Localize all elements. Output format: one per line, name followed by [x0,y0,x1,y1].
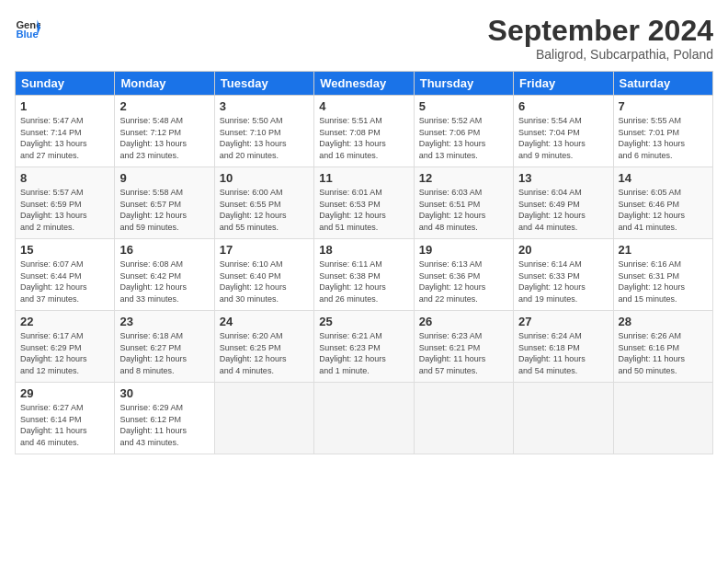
day-number: 14 [619,171,708,185]
day-number: 27 [518,315,608,328]
day-cell [514,383,613,454]
day-cell: 26Sunrise: 6:23 AM Sunset: 6:21 PM Dayli… [414,311,513,383]
day-cell: 29Sunrise: 6:27 AM Sunset: 6:14 PM Dayli… [16,383,115,454]
day-cell: 9Sunrise: 5:58 AM Sunset: 6:57 PM Daylig… [115,167,214,239]
col-sunday: Sunday [16,72,115,96]
day-number: 28 [619,315,708,328]
day-number: 21 [619,243,708,257]
day-number: 8 [20,171,109,185]
day-info: Sunrise: 6:27 AM Sunset: 6:14 PM Dayligh… [20,402,109,448]
day-number: 3 [220,99,309,113]
day-cell: 25Sunrise: 6:21 AM Sunset: 6:23 PM Dayli… [314,311,414,383]
day-info: Sunrise: 5:47 AM Sunset: 7:14 PM Dayligh… [20,115,109,161]
week-row-4: 22Sunrise: 6:17 AM Sunset: 6:29 PM Dayli… [16,311,713,383]
day-info: Sunrise: 6:21 AM Sunset: 6:23 PM Dayligh… [319,330,408,376]
day-info: Sunrise: 5:52 AM Sunset: 7:06 PM Dayligh… [419,115,508,161]
day-cell: 23Sunrise: 6:18 AM Sunset: 6:27 PM Dayli… [115,311,214,383]
svg-text:Blue: Blue [16,29,38,40]
day-info: Sunrise: 6:26 AM Sunset: 6:16 PM Dayligh… [619,330,708,376]
day-cell: 1Sunrise: 5:47 AM Sunset: 7:14 PM Daylig… [16,96,115,167]
day-info: Sunrise: 6:10 AM Sunset: 6:40 PM Dayligh… [220,259,309,304]
day-info: Sunrise: 5:54 AM Sunset: 7:04 PM Dayligh… [518,115,608,161]
day-info: Sunrise: 6:23 AM Sunset: 6:21 PM Dayligh… [419,330,508,376]
week-row-2: 8Sunrise: 5:57 AM Sunset: 6:59 PM Daylig… [16,167,713,239]
day-number: 11 [319,171,408,185]
day-cell: 3Sunrise: 5:50 AM Sunset: 7:10 PM Daylig… [214,96,313,167]
day-cell: 19Sunrise: 6:13 AM Sunset: 6:36 PM Dayli… [414,239,513,311]
main-container: General Blue September 2024 Baligrod, Su… [0,0,728,464]
day-number: 16 [119,243,209,257]
day-number: 20 [518,243,608,257]
day-cell: 7Sunrise: 5:55 AM Sunset: 7:01 PM Daylig… [613,96,712,167]
day-info: Sunrise: 6:04 AM Sunset: 6:49 PM Dayligh… [518,187,608,233]
day-number: 23 [119,315,209,328]
week-row-3: 15Sunrise: 6:07 AM Sunset: 6:44 PM Dayli… [16,239,713,311]
day-info: Sunrise: 6:11 AM Sunset: 6:38 PM Dayligh… [319,259,408,304]
day-cell [414,383,513,454]
title-block: September 2024 Baligrod, Subcarpathia, P… [488,15,713,62]
day-number: 6 [518,99,608,113]
col-monday: Monday [115,72,214,96]
col-friday: Friday [514,72,613,96]
day-cell [314,383,414,454]
day-info: Sunrise: 6:18 AM Sunset: 6:27 PM Dayligh… [119,330,209,376]
day-cell: 8Sunrise: 5:57 AM Sunset: 6:59 PM Daylig… [16,167,115,239]
day-cell: 2Sunrise: 5:48 AM Sunset: 7:12 PM Daylig… [115,96,214,167]
col-saturday: Saturday [613,72,712,96]
day-info: Sunrise: 5:51 AM Sunset: 7:08 PM Dayligh… [319,115,408,161]
day-cell: 21Sunrise: 6:16 AM Sunset: 6:31 PM Dayli… [613,239,712,311]
day-number: 13 [518,171,608,185]
week-row-1: 1Sunrise: 5:47 AM Sunset: 7:14 PM Daylig… [16,96,713,167]
day-cell: 16Sunrise: 6:08 AM Sunset: 6:42 PM Dayli… [115,239,214,311]
day-info: Sunrise: 5:48 AM Sunset: 7:12 PM Dayligh… [119,115,209,161]
day-cell: 12Sunrise: 6:03 AM Sunset: 6:51 PM Dayli… [414,167,513,239]
day-number: 17 [220,243,309,257]
header: General Blue September 2024 Baligrod, Su… [15,15,713,62]
day-number: 7 [619,99,708,113]
day-info: Sunrise: 6:00 AM Sunset: 6:55 PM Dayligh… [220,187,309,233]
day-cell: 5Sunrise: 5:52 AM Sunset: 7:06 PM Daylig… [414,96,513,167]
day-info: Sunrise: 6:03 AM Sunset: 6:51 PM Dayligh… [419,187,508,233]
col-wednesday: Wednesday [314,72,414,96]
day-info: Sunrise: 6:29 AM Sunset: 6:12 PM Dayligh… [119,402,209,448]
subtitle: Baligrod, Subcarpathia, Poland [488,47,713,62]
day-number: 19 [419,243,508,257]
week-row-5: 29Sunrise: 6:27 AM Sunset: 6:14 PM Dayli… [16,383,713,454]
month-title: September 2024 [488,15,713,47]
day-cell: 15Sunrise: 6:07 AM Sunset: 6:44 PM Dayli… [16,239,115,311]
day-cell: 22Sunrise: 6:17 AM Sunset: 6:29 PM Dayli… [16,311,115,383]
day-info: Sunrise: 6:16 AM Sunset: 6:31 PM Dayligh… [619,259,708,304]
day-info: Sunrise: 6:07 AM Sunset: 6:44 PM Dayligh… [20,259,109,304]
day-cell: 28Sunrise: 6:26 AM Sunset: 6:16 PM Dayli… [613,311,712,383]
col-thursday: Thursday [414,72,513,96]
day-number: 2 [119,99,209,113]
day-number: 15 [20,243,109,257]
day-cell: 20Sunrise: 6:14 AM Sunset: 6:33 PM Dayli… [514,239,613,311]
day-info: Sunrise: 6:20 AM Sunset: 6:25 PM Dayligh… [220,330,309,376]
day-cell: 30Sunrise: 6:29 AM Sunset: 6:12 PM Dayli… [115,383,214,454]
header-row: Sunday Monday Tuesday Wednesday Thursday… [16,72,713,96]
day-cell: 27Sunrise: 6:24 AM Sunset: 6:18 PM Dayli… [514,311,613,383]
day-info: Sunrise: 5:55 AM Sunset: 7:01 PM Dayligh… [619,115,708,161]
day-cell: 4Sunrise: 5:51 AM Sunset: 7:08 PM Daylig… [314,96,414,167]
day-info: Sunrise: 6:24 AM Sunset: 6:18 PM Dayligh… [518,330,608,376]
day-cell: 17Sunrise: 6:10 AM Sunset: 6:40 PM Dayli… [214,239,313,311]
day-number: 26 [419,315,508,328]
day-number: 22 [20,315,109,328]
day-number: 4 [319,99,408,113]
day-number: 10 [220,171,309,185]
day-info: Sunrise: 5:50 AM Sunset: 7:10 PM Dayligh… [220,115,309,161]
calendar-table: Sunday Monday Tuesday Wednesday Thursday… [15,71,713,454]
day-info: Sunrise: 6:05 AM Sunset: 6:46 PM Dayligh… [619,187,708,233]
day-cell: 18Sunrise: 6:11 AM Sunset: 6:38 PM Dayli… [314,239,414,311]
day-number: 30 [119,386,209,400]
day-info: Sunrise: 5:57 AM Sunset: 6:59 PM Dayligh… [20,187,109,233]
day-number: 9 [119,171,209,185]
day-cell [214,383,313,454]
day-number: 25 [319,315,408,328]
day-number: 1 [20,99,109,113]
day-info: Sunrise: 6:01 AM Sunset: 6:53 PM Dayligh… [319,187,408,233]
day-number: 12 [419,171,508,185]
day-cell: 10Sunrise: 6:00 AM Sunset: 6:55 PM Dayli… [214,167,313,239]
day-info: Sunrise: 6:13 AM Sunset: 6:36 PM Dayligh… [419,259,508,304]
